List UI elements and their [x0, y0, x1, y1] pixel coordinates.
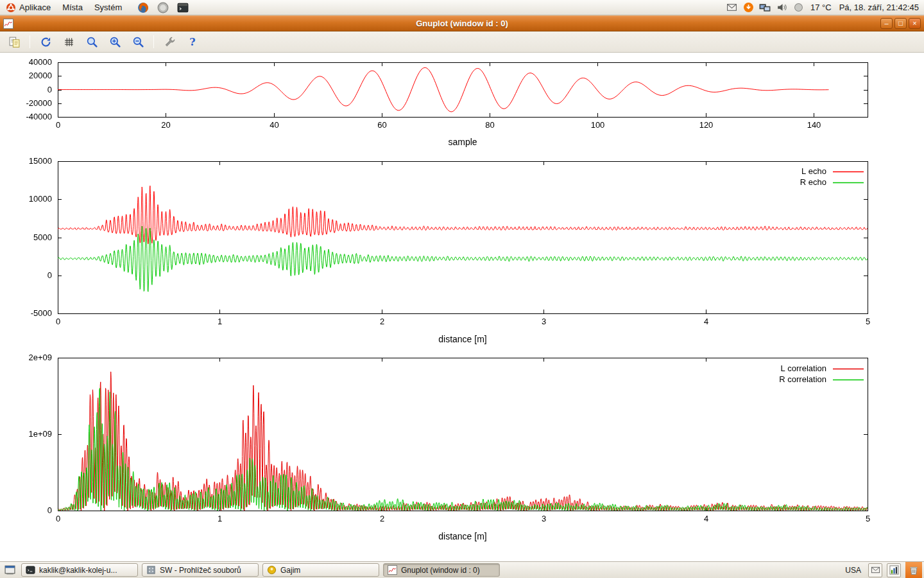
- zoom-in-button[interactable]: [107, 34, 123, 49]
- task-label: Gajim: [280, 566, 300, 575]
- desktop: Aplikace Místa Systém: [0, 0, 924, 578]
- help-launcher-icon[interactable]: [157, 1, 169, 14]
- copy-to-clipboard-button[interactable]: [6, 34, 22, 49]
- weather-temperature[interactable]: 17 °C: [810, 3, 832, 12]
- menu-system[interactable]: Systém: [89, 0, 128, 15]
- panel-launchers: [137, 1, 189, 14]
- menu-applications[interactable]: Aplikace: [0, 0, 56, 15]
- minimize-button[interactable]: –: [880, 18, 893, 29]
- gajim-icon: [267, 565, 277, 575]
- tray-mail-icon[interactable]: [868, 563, 882, 577]
- panel-clock[interactable]: Pá, 18. září, 21:42:45: [839, 3, 919, 12]
- file-manager-icon: [146, 565, 156, 575]
- window-controls: – □ ×: [880, 18, 921, 29]
- window-title: Gnuplot (window id : 0): [0, 19, 924, 28]
- task-label: SW - Prohlížeč souborů: [160, 566, 241, 575]
- terminal-icon: [26, 565, 35, 575]
- volume-icon[interactable]: [776, 2, 787, 13]
- toolbar-separator: [30, 35, 30, 48]
- gnuplot-icon: [388, 565, 397, 575]
- task-label: kaklik@kaklik-kolej-u...: [39, 566, 117, 575]
- menu-places[interactable]: Místa: [56, 0, 89, 15]
- task-file-manager[interactable]: SW - Prohlížeč souborů: [142, 563, 259, 577]
- close-button[interactable]: ×: [909, 18, 921, 29]
- update-manager-icon[interactable]: [742, 2, 754, 13]
- task-label: Gnuplot (window id : 0): [401, 566, 480, 575]
- toolbar-separator: [153, 35, 154, 48]
- help-icon: ?: [189, 36, 195, 48]
- keyboard-layout-indicator[interactable]: USA: [843, 566, 864, 575]
- terminal-launcher-icon[interactable]: [176, 1, 189, 14]
- top-panel: Aplikace Místa Systém: [0, 0, 924, 15]
- gnuplot-window-icon: [3, 19, 13, 29]
- maximize-button[interactable]: □: [894, 18, 907, 29]
- mail-notifier-icon[interactable]: [726, 2, 737, 13]
- gnuplot-window: Gnuplot (window id : 0) – □ ×: [0, 15, 924, 561]
- firefox-launcher-icon[interactable]: [137, 1, 150, 14]
- grid-toggle-button[interactable]: [61, 34, 76, 49]
- taskbar: kaklik@kaklik-kolej-u... SW - Prohlížeč …: [0, 561, 924, 578]
- task-terminal[interactable]: kaklik@kaklik-kolej-u...: [21, 563, 138, 577]
- help-button[interactable]: ?: [185, 34, 200, 49]
- tray-chart-icon[interactable]: [887, 563, 901, 577]
- zoom-out-button[interactable]: [130, 34, 146, 49]
- task-gajim[interactable]: Gajim: [262, 563, 379, 577]
- weather-icon[interactable]: [792, 2, 804, 13]
- replot-refresh-button[interactable]: [38, 34, 53, 49]
- toolbar: ?: [0, 31, 924, 53]
- show-desktop-button[interactable]: [2, 563, 17, 577]
- task-gnuplot[interactable]: Gnuplot (window id : 0): [383, 563, 500, 577]
- ubuntu-logo-icon: [6, 3, 16, 13]
- menu-applications-label: Aplikace: [19, 3, 51, 12]
- menu-system-label: Systém: [94, 3, 122, 12]
- panel-status-area: 17 °C Pá, 18. září, 21:42:45: [726, 2, 924, 13]
- menu-places-label: Místa: [62, 3, 83, 12]
- taskbar-right: USA: [843, 562, 922, 578]
- zoom-region-button[interactable]: [84, 34, 99, 49]
- titlebar[interactable]: Gnuplot (window id : 0) – □ ×: [0, 15, 924, 31]
- config-wrench-button[interactable]: [162, 34, 177, 49]
- plot-canvas[interactable]: [0, 53, 924, 561]
- trash-button[interactable]: [905, 562, 922, 578]
- plot-area: [0, 53, 924, 561]
- network-monitor-icon[interactable]: [759, 2, 771, 13]
